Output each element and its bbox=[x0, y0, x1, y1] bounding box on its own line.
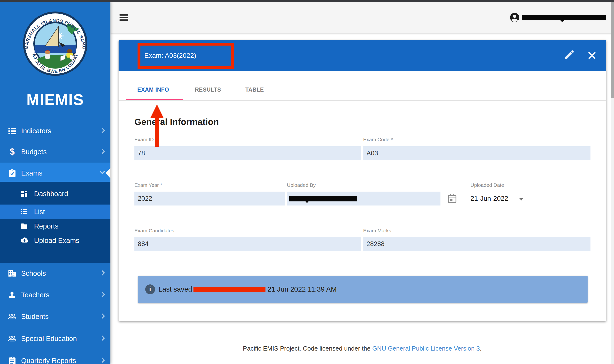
sidebar: MARSHALL ISLANDS PUBLIC SCHOOL SYSTEM "E… bbox=[0, 2, 110, 364]
exam-code-field[interactable]: A03 bbox=[363, 146, 590, 160]
footer-period: . bbox=[480, 345, 481, 352]
uploaded-date-value[interactable]: 21-Jun-2022 bbox=[470, 192, 508, 205]
sidebar-item-label: Quarterly Reports bbox=[21, 357, 76, 364]
dropdown-caret-icon[interactable] bbox=[519, 198, 524, 200]
sidebar-item-special-education[interactable]: Special Education bbox=[0, 328, 110, 349]
footer-divider bbox=[110, 337, 614, 337]
list-icon bbox=[20, 208, 28, 216]
footer: Pacific EMIS Project. Code licensed unde… bbox=[110, 345, 614, 352]
sidebar-item-label: Students bbox=[21, 313, 48, 321]
chevron-right-icon bbox=[101, 127, 106, 135]
tab-exam-info[interactable]: EXAM INFO bbox=[137, 84, 169, 95]
last-saved-prefix: Last saved bbox=[158, 285, 192, 293]
exam-detail-card: Exam: A03(2022) EXAM INFO RESULTS TABLE … bbox=[119, 40, 606, 321]
chevron-right-icon bbox=[101, 335, 106, 342]
sidebar-item-teachers[interactable]: Teachers bbox=[0, 284, 110, 305]
chevron-down-icon bbox=[99, 170, 106, 176]
uploaded-date-underline bbox=[470, 205, 528, 205]
exam-marks-label: Exam Marks bbox=[363, 228, 391, 234]
building-icon bbox=[8, 269, 16, 278]
calendar-icon[interactable] bbox=[448, 194, 457, 205]
submenu-item-list[interactable]: List bbox=[0, 205, 110, 219]
sidebar-item-budgets[interactable]: $ Budgets bbox=[0, 141, 110, 162]
clipboard-check-icon bbox=[8, 169, 16, 177]
folder-icon bbox=[20, 222, 28, 230]
close-icon[interactable] bbox=[587, 50, 598, 61]
chevron-right-icon bbox=[101, 291, 106, 299]
sidebar-item-label: Exams bbox=[21, 169, 42, 177]
info-icon: i bbox=[145, 284, 155, 294]
sidebar-item-label: Special Education bbox=[21, 335, 77, 343]
submenu-item-upload-exams[interactable]: Upload Exams bbox=[0, 233, 110, 248]
app-brand: MIEMIS bbox=[0, 90, 110, 109]
dollar-icon: $ bbox=[8, 147, 16, 156]
chevron-right-icon bbox=[101, 270, 106, 277]
submenu-item-reports[interactable]: Reports bbox=[0, 219, 110, 233]
section-title: General Information bbox=[135, 117, 219, 127]
submenu-item-dashboard[interactable]: Dashboard bbox=[0, 187, 110, 201]
sidebar-item-schools[interactable]: Schools bbox=[0, 263, 110, 284]
people-icon bbox=[8, 312, 16, 321]
exam-candidates-field[interactable]: 884 bbox=[135, 237, 361, 251]
edit-button[interactable] bbox=[564, 49, 575, 60]
exam-year-field[interactable]: 2022 bbox=[135, 192, 285, 206]
scrollbar-thumb[interactable] bbox=[611, 2, 614, 98]
last-saved-banner: i Last saved 21 Jun 2022 11:39 AM bbox=[138, 276, 587, 303]
last-saved-timestamp: 21 Jun 2022 11:39 AM bbox=[267, 285, 337, 293]
exams-submenu: Dashboard List Reports Upload Exams bbox=[0, 182, 110, 263]
uploaded-by-redaction bbox=[289, 196, 357, 201]
exam-code-label: Exam Code * bbox=[363, 137, 393, 143]
active-section-pointer bbox=[106, 168, 110, 178]
sidebar-item-label: Schools bbox=[21, 270, 46, 277]
person-icon bbox=[8, 291, 16, 299]
user-email-redacted[interactable] bbox=[522, 15, 606, 20]
sidebar-item-label: Indicators bbox=[21, 127, 51, 135]
exam-marks-field[interactable]: 28288 bbox=[363, 237, 590, 251]
school-system-seal-icon: MARSHALL ISLANDS PUBLIC SCHOOL SYSTEM "E… bbox=[23, 11, 88, 76]
sidebar-item-indicators[interactable]: Indicators bbox=[0, 120, 110, 142]
sidebar-item-students[interactable]: Students bbox=[0, 306, 110, 327]
annotation-arrow-icon bbox=[148, 103, 166, 148]
submenu-item-label: Dashboard bbox=[34, 190, 68, 198]
uploaded-by-label: Uploaded By bbox=[287, 182, 316, 188]
svg-text:$: $ bbox=[10, 147, 15, 156]
sidebar-item-label: Budgets bbox=[21, 148, 47, 156]
sidebar-item-label: Teachers bbox=[21, 291, 49, 299]
hamburger-menu-icon[interactable] bbox=[119, 12, 129, 23]
app-root: { "sidebar": { "brand": "MIEMIS", "logo"… bbox=[0, 0, 614, 364]
tab-table[interactable]: TABLE bbox=[245, 84, 264, 95]
submenu-item-label: Upload Exams bbox=[34, 237, 80, 245]
last-saved-row: i Last saved 21 Jun 2022 11:39 AM bbox=[145, 276, 337, 303]
clipboard-text-icon bbox=[8, 356, 16, 364]
gnu-license-link[interactable]: GNU General Public License Version 3 bbox=[372, 345, 480, 352]
list-icon bbox=[8, 127, 16, 135]
top-app-bar bbox=[110, 2, 614, 33]
submenu-item-label: List bbox=[34, 208, 45, 216]
tab-results[interactable]: RESULTS bbox=[195, 84, 221, 95]
chevron-right-icon bbox=[101, 313, 106, 320]
exam-candidates-label: Exam Candidates bbox=[135, 228, 174, 234]
exam-year-label: Exam Year * bbox=[135, 182, 162, 188]
cloud-upload-icon bbox=[20, 237, 28, 244]
sidebar-item-exams[interactable]: Exams bbox=[0, 163, 110, 184]
uploaded-date-label: Uploaded Date bbox=[470, 182, 504, 188]
submenu-item-label: Reports bbox=[34, 222, 59, 230]
exam-id-field[interactable]: 78 bbox=[135, 146, 361, 160]
chevron-right-icon bbox=[101, 148, 106, 156]
sidebar-item-quarterly-reports[interactable]: Quarterly Reports bbox=[0, 350, 110, 364]
annotation-highlight-box bbox=[137, 43, 234, 69]
browser-top-strip bbox=[0, 0, 614, 2]
account-circle-icon[interactable] bbox=[510, 13, 520, 23]
chevron-right-icon bbox=[101, 357, 106, 364]
school-system-logo: MARSHALL ISLANDS PUBLIC SCHOOL SYSTEM "E… bbox=[23, 11, 88, 76]
footer-text: Pacific EMIS Project. Code licensed unde… bbox=[243, 345, 372, 352]
people-icon bbox=[8, 334, 16, 343]
dashboard-icon bbox=[20, 190, 28, 198]
last-saved-user-redaction bbox=[193, 287, 265, 292]
tabs-divider bbox=[119, 100, 606, 101]
